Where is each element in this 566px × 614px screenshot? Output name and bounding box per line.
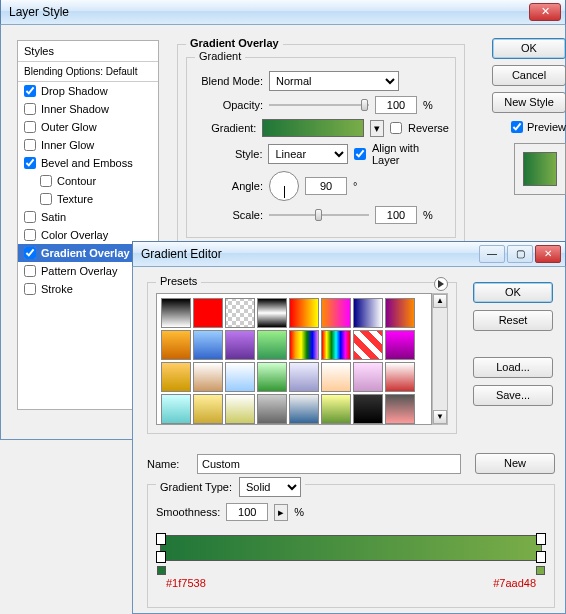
preset-swatch[interactable] (289, 394, 319, 424)
ok-button[interactable]: OK (473, 282, 553, 303)
style-checkbox[interactable] (24, 265, 36, 277)
style-checkbox[interactable] (24, 121, 36, 133)
percent: % (423, 99, 433, 111)
preview-checkbox[interactable] (511, 121, 523, 133)
scale-input[interactable] (375, 206, 417, 224)
opacity-input[interactable] (375, 96, 417, 114)
preset-swatch[interactable] (321, 394, 351, 424)
preset-swatch[interactable] (353, 298, 383, 328)
preset-swatch[interactable] (257, 394, 287, 424)
style-item[interactable]: Inner Shadow (18, 100, 158, 118)
angle-dial[interactable] (269, 171, 299, 201)
new-style-button[interactable]: New Style (492, 92, 566, 113)
preset-swatch[interactable] (353, 394, 383, 424)
preset-swatch[interactable] (161, 362, 191, 392)
color-hex-left: #1f7538 (166, 577, 206, 589)
preset-swatch[interactable] (385, 362, 415, 392)
maximize-icon[interactable]: ▢ (507, 245, 533, 263)
preset-swatch[interactable] (289, 330, 319, 360)
reset-button[interactable]: Reset (473, 310, 553, 331)
chevron-right-icon[interactable]: ▸ (274, 504, 288, 521)
close-icon[interactable]: ✕ (535, 245, 561, 263)
style-checkbox[interactable] (24, 103, 36, 115)
preset-swatch[interactable] (161, 330, 191, 360)
close-icon[interactable]: ✕ (529, 3, 561, 21)
color-stop-right[interactable] (536, 551, 546, 563)
gradient-bar[interactable] (160, 535, 542, 561)
style-checkbox[interactable] (24, 211, 36, 223)
style-select[interactable]: Linear (268, 144, 347, 164)
angle-input[interactable] (305, 177, 347, 195)
styles-header[interactable]: Styles (18, 41, 158, 62)
preset-swatch[interactable] (385, 298, 415, 328)
opacity-stop-left[interactable] (156, 533, 166, 545)
style-checkbox[interactable] (40, 175, 52, 187)
preset-swatch[interactable] (193, 330, 223, 360)
stop-color-left[interactable] (157, 566, 166, 575)
minimize-icon[interactable]: — (479, 245, 505, 263)
scroll-up-icon[interactable]: ▲ (433, 294, 447, 308)
titlebar[interactable]: Layer Style ✕ (0, 0, 566, 25)
gradient-type-select[interactable]: Solid (239, 477, 301, 497)
titlebar[interactable]: Gradient Editor — ▢ ✕ (132, 241, 566, 267)
style-checkbox[interactable] (24, 139, 36, 151)
reverse-label: Reverse (408, 122, 449, 134)
style-checkbox[interactable] (24, 283, 36, 295)
style-item[interactable]: Satin (18, 208, 158, 226)
preset-swatch[interactable] (353, 330, 383, 360)
cancel-button[interactable]: Cancel (492, 65, 566, 86)
smoothness-input[interactable] (226, 503, 268, 521)
preset-swatch[interactable] (289, 298, 319, 328)
preset-swatch[interactable] (225, 298, 255, 328)
preset-swatch[interactable] (321, 330, 351, 360)
presets-menu-icon[interactable] (434, 277, 448, 291)
preset-swatch[interactable] (321, 298, 351, 328)
preset-swatch[interactable] (257, 362, 287, 392)
scrollbar[interactable]: ▲ ▼ (432, 293, 448, 425)
preset-swatch[interactable] (193, 362, 223, 392)
ok-button[interactable]: OK (492, 38, 566, 59)
preset-swatch[interactable] (257, 330, 287, 360)
load-button[interactable]: Load... (473, 357, 553, 378)
style-checkbox[interactable] (40, 193, 52, 205)
preset-swatch[interactable] (161, 298, 191, 328)
chevron-down-icon[interactable]: ▾ (370, 120, 384, 137)
preset-swatch[interactable] (385, 330, 415, 360)
style-checkbox[interactable] (24, 229, 36, 241)
style-item[interactable]: Texture (18, 190, 158, 208)
scale-slider[interactable] (269, 208, 369, 222)
opacity-stop-right[interactable] (536, 533, 546, 545)
new-button[interactable]: New (475, 453, 555, 474)
style-item[interactable]: Inner Glow (18, 136, 158, 154)
name-input[interactable] (197, 454, 461, 474)
preset-swatch[interactable] (385, 394, 415, 424)
preset-swatch[interactable] (225, 394, 255, 424)
style-item[interactable]: Bevel and Emboss (18, 154, 158, 172)
gradient-type-group: Gradient Type: Solid Smoothness: ▸ % #1f… (147, 484, 555, 608)
style-checkbox[interactable] (24, 247, 36, 259)
preset-swatch[interactable] (321, 362, 351, 392)
preset-swatch[interactable] (353, 362, 383, 392)
preset-swatch[interactable] (257, 298, 287, 328)
style-item[interactable]: Contour (18, 172, 158, 190)
blend-mode-select[interactable]: Normal (269, 71, 399, 91)
opacity-slider[interactable] (269, 98, 369, 112)
preset-swatch[interactable] (225, 330, 255, 360)
align-checkbox[interactable] (354, 148, 366, 160)
style-item[interactable]: Outer Glow (18, 118, 158, 136)
save-button[interactable]: Save... (473, 385, 553, 406)
preset-swatch[interactable] (193, 298, 223, 328)
style-item[interactable]: Drop Shadow (18, 82, 158, 100)
preset-swatch[interactable] (225, 362, 255, 392)
preset-swatch[interactable] (289, 362, 319, 392)
style-checkbox[interactable] (24, 157, 36, 169)
stop-color-right[interactable] (536, 566, 545, 575)
scroll-down-icon[interactable]: ▼ (433, 410, 447, 424)
style-checkbox[interactable] (24, 85, 36, 97)
preset-swatch[interactable] (193, 394, 223, 424)
blending-options[interactable]: Blending Options: Default (18, 62, 158, 82)
preset-swatch[interactable] (161, 394, 191, 424)
gradient-swatch[interactable] (262, 119, 364, 137)
reverse-checkbox[interactable] (390, 122, 402, 134)
color-stop-left[interactable] (156, 551, 166, 563)
